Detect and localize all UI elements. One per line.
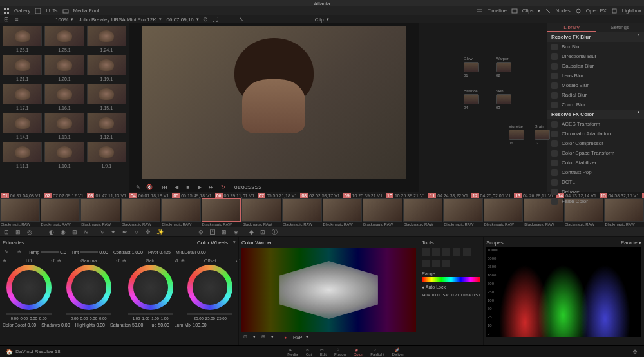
mediapool-label[interactable]: Media Pool (73, 8, 99, 14)
options-icon[interactable]: ⋯ (23, 15, 31, 23)
fx-item[interactable]: ACES Transform (547, 119, 644, 129)
stop-icon[interactable]: ■ (184, 183, 192, 191)
gallery-still[interactable]: 1.24.1 (87, 26, 126, 52)
range-bar[interactable] (422, 277, 480, 282)
lightbox-icon[interactable] (611, 7, 618, 15)
first-frame-icon[interactable]: ⏮ (161, 183, 169, 191)
clips-icon[interactable] (511, 7, 518, 15)
color-node[interactable] (496, 94, 511, 104)
offset-wheel[interactable] (187, 265, 232, 310)
color-node[interactable] (496, 62, 511, 72)
fx-item[interactable]: Chromatic Adaptation (547, 129, 644, 139)
play-icon[interactable]: ▶ (196, 183, 204, 191)
motion-icon[interactable]: ≋ (82, 228, 90, 236)
list-view-icon[interactable]: ≡ (13, 15, 21, 23)
clip-mode[interactable]: Clip (315, 17, 324, 23)
select-tool-icon[interactable] (422, 248, 430, 256)
color-warper-grid[interactable] (242, 248, 416, 332)
clips-dropdown[interactable]: ▾ (538, 8, 540, 14)
fx-item[interactable]: Box Blur (547, 42, 644, 52)
timeline-clip[interactable]: Blackmagic RAW (121, 198, 161, 227)
gallery-still[interactable]: 1.20.1 (44, 55, 84, 81)
picker-tool-icon[interactable]: ✎ (3, 248, 10, 256)
gallery-still[interactable]: 1.12.1 (87, 113, 126, 139)
page-cut[interactable]: ✂Cut (306, 347, 312, 356)
warper-hsp[interactable]: HSP (293, 335, 302, 340)
fx-item[interactable]: Color Compressor (547, 139, 644, 148)
timeline-clip[interactable]: Blackmagic RAW (403, 198, 443, 227)
gallery-still[interactable]: 1.21.1 (3, 55, 42, 81)
fx-category-blur[interactable]: Resolve FX Blur˅ (547, 32, 644, 42)
color-wheels-tab[interactable]: Color Wheels (197, 240, 228, 246)
page-color[interactable]: ◉Color (354, 347, 363, 356)
gamma-master[interactable] (66, 313, 111, 315)
timeline-clip[interactable]: Blackmagic RAW (282, 198, 322, 227)
node-graph[interactable]: Glow01Warper02Balance04Skin03Vignette06G… (419, 23, 547, 192)
expand-icon[interactable]: ⛶ (212, 15, 220, 23)
timeline-clip[interactable]: Blackmagic RAW (202, 198, 242, 227)
fx-item[interactable]: Radial Blur (547, 90, 644, 100)
push-tool-icon[interactable] (463, 248, 471, 256)
fx-item[interactable]: Mosaic Blur (547, 81, 644, 90)
timeline-clip[interactable]: Blackmagic RAW (80, 198, 120, 227)
page-fusion[interactable]: ○Fusion (334, 347, 346, 356)
reset-tool-icon[interactable] (432, 260, 440, 267)
next-frame-icon[interactable]: ⏭ (207, 183, 215, 191)
gallery-still[interactable]: 1.9.1 (87, 142, 126, 168)
target-icon[interactable]: ◎ (26, 228, 33, 236)
gallery-still[interactable]: 1.17.1 (3, 84, 42, 110)
mediapool-icon[interactable] (62, 7, 70, 15)
nodes-icon[interactable] (544, 7, 552, 15)
fx-item[interactable]: DCTL (547, 177, 644, 187)
gain-wheel[interactable] (128, 265, 173, 310)
stills-view-icon[interactable]: ⊞ (3, 15, 10, 23)
clips-label[interactable]: Clips (522, 8, 534, 14)
warper-mode-icon[interactable]: ⊡ (242, 333, 249, 341)
clip-dropdown[interactable]: ▾ (159, 17, 162, 22)
page-edit[interactable]: ▭Edit (320, 347, 327, 356)
fx-item[interactable]: Directional Blur (547, 52, 644, 61)
prev-frame-icon[interactable]: ◀ (173, 183, 180, 191)
fx-item[interactable]: Zoom Blur (547, 100, 644, 110)
parade-scope[interactable]: 100005000250010005002501005025100 (486, 247, 641, 337)
luts-icon[interactable] (34, 7, 42, 15)
zoom-dropdown[interactable]: ▾ (71, 17, 73, 22)
auto-balance-icon[interactable]: ⊕ (15, 248, 23, 256)
pin-tool-icon[interactable] (442, 248, 450, 256)
zoom-level[interactable]: 100% (55, 17, 68, 23)
picker-icon[interactable]: ✎ (134, 183, 142, 191)
3d-icon[interactable]: ◈ (232, 228, 240, 236)
timeline-label[interactable]: Timeline (488, 8, 507, 14)
timeline-clip[interactable]: Blackmagic RAW (242, 198, 281, 227)
gallery-still[interactable]: 1.16.1 (44, 84, 84, 110)
home-icon[interactable]: 🏠 (5, 348, 13, 356)
hdr-icon[interactable]: ◉ (59, 228, 67, 236)
timeline-clip[interactable]: Blackmagic RAW (443, 198, 483, 227)
timeline-clip[interactable]: Blackmagic RAW (41, 198, 80, 227)
settings-tab[interactable]: Settings (596, 23, 644, 32)
timeline-clip[interactable]: Blackmagic RAW (161, 198, 201, 227)
page-media[interactable]: ⊞Media (287, 347, 298, 356)
gallery-still[interactable]: 1.15.1 (87, 84, 126, 110)
fx-item[interactable]: False Color (547, 197, 644, 206)
timeline-clip[interactable]: Blackmagic RAW (363, 198, 402, 227)
gallery-still[interactable]: 1.25.1 (44, 26, 84, 52)
rgb-mixer-icon[interactable]: ⊟ (71, 228, 79, 236)
color-node[interactable] (464, 94, 479, 104)
lift-master[interactable] (6, 313, 52, 315)
gallery-still[interactable]: 1.26.1 (3, 26, 42, 52)
curves-icon[interactable]: ∿ (98, 228, 106, 236)
autolock-radio[interactable]: ● (422, 285, 424, 289)
gamma-wheel[interactable] (66, 265, 111, 310)
magic-icon[interactable]: ✨ (156, 228, 164, 236)
openfx-label[interactable]: Open FX (586, 8, 607, 14)
nodes-label[interactable]: Nodes (556, 8, 571, 14)
openfx-icon[interactable] (574, 7, 582, 15)
node-options-icon[interactable]: ⋯ (332, 15, 339, 23)
info-icon[interactable]: ⓘ (270, 228, 278, 236)
pointer-icon[interactable]: ↖ (238, 15, 245, 23)
gallery-still[interactable]: 1.14.1 (3, 113, 42, 139)
library-tab[interactable]: Library (547, 23, 596, 32)
fx-item[interactable]: Contrast Pop (547, 168, 644, 177)
gallery-still[interactable]: 1.11.1 (3, 142, 42, 168)
